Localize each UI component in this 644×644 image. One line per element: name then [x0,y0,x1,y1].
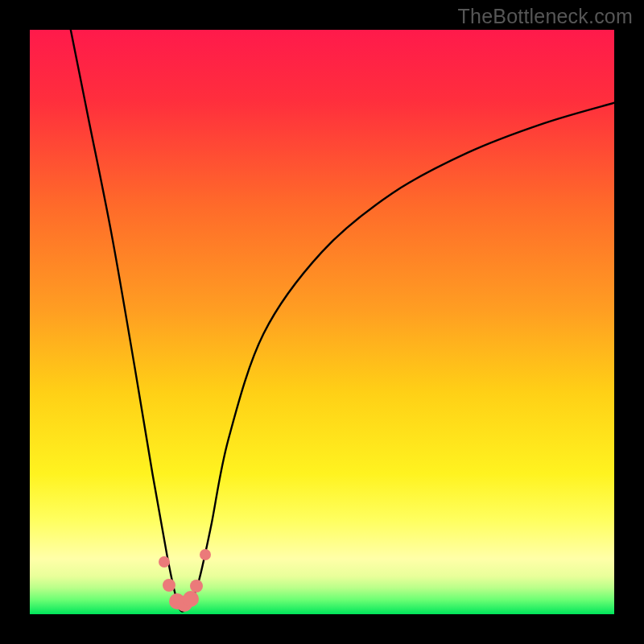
plot-area [30,30,614,614]
optimal-marker [190,580,203,592]
optimal-marker [159,556,170,568]
chart-frame: { "watermark": "TheBottleneck.com", "cha… [0,0,644,644]
optimal-marker [163,579,175,592]
optimal-marker [183,591,199,607]
optimal-marker [200,549,211,560]
watermark-text: TheBottleneck.com [458,5,633,28]
curve-layer [30,30,614,614]
bottleneck-curve [71,30,614,612]
